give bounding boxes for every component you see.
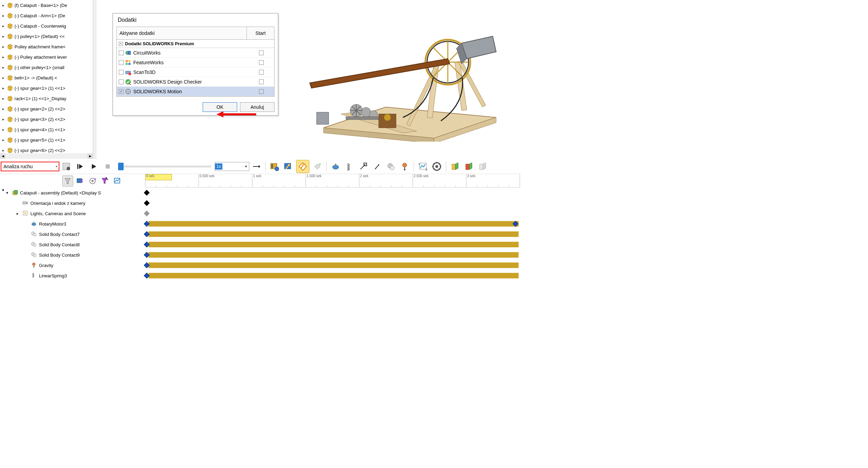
tree-item[interactable]: ▸ (-) Catapult - Counterweig	[0, 21, 93, 31]
tree-item[interactable]: ▸ (f) Catapult - Base<1> (De	[0, 0, 93, 10]
timeline-bar[interactable]	[148, 221, 519, 227]
filter-animated-button[interactable]	[75, 175, 86, 187]
active-checkbox[interactable]	[119, 60, 124, 65]
collapse-up-icon[interactable]: ▲	[1, 188, 5, 191]
addin-row[interactable]: FeatureWorks	[117, 58, 274, 67]
simulation-setup-button[interactable]	[449, 161, 461, 172]
startup-checkbox[interactable]	[259, 70, 264, 75]
tree-item[interactable]: ▸ rack<1> (1) <<1>_Display	[0, 93, 93, 104]
timeline-item[interactable]: Solid Body Contact7	[6, 229, 145, 239]
timeline-track[interactable]	[145, 208, 520, 219]
tree-item[interactable]: ▸ (-) Pulley attachment lever	[0, 52, 93, 62]
timeline-track[interactable]	[145, 229, 520, 239]
timeline-ruler[interactable]: 0 sek0.500 sek1 sek1.500 sek2 sek2.500 s…	[145, 174, 520, 188]
expand-icon[interactable]: ▸	[1, 107, 6, 111]
playback-speed-dropdown[interactable]: 1x ▾	[215, 162, 249, 171]
timeline-track[interactable]	[145, 188, 520, 198]
timeline-item[interactable]: Solid Body Contact8	[6, 239, 145, 250]
play-from-start-button[interactable]	[74, 161, 86, 172]
timeline-bar[interactable]	[148, 242, 519, 247]
timeline-item[interactable]: Gravity	[6, 260, 145, 270]
expand-icon[interactable]: ▸	[1, 76, 6, 80]
expand-icon[interactable]: ▸	[1, 24, 6, 28]
column-active-addins[interactable]: Aktywne dodatki	[117, 27, 247, 39]
slider-thumb-icon[interactable]	[118, 163, 124, 170]
timeline-track[interactable]	[145, 198, 520, 208]
expand-icon[interactable]: ▸	[1, 96, 6, 101]
timeline-track[interactable]	[145, 219, 520, 229]
tree-item[interactable]: ▸ (-) pulley<1> (Default) <<	[0, 31, 93, 41]
playback-mode-button[interactable]	[250, 161, 262, 172]
active-checkbox[interactable]	[119, 50, 124, 55]
expand-icon[interactable]: ▸	[1, 65, 6, 70]
expand-icon[interactable]: ▸	[1, 148, 6, 153]
timeline-bar[interactable]	[148, 231, 519, 237]
expand-icon[interactable]: ▸	[1, 127, 6, 132]
timeline-chart[interactable]: 0 sek0.500 sek1 sek1.500 sek2 sek2.500 s…	[145, 174, 520, 281]
play-button[interactable]	[88, 161, 100, 172]
addin-group-premium[interactable]: − Dodatki SOLIDWORKS Premium	[117, 40, 274, 48]
expand-icon[interactable]: ▸	[1, 138, 6, 142]
graphics-viewport[interactable]: Dodatki Aktywne dodatki Start − Dodatki …	[97, 0, 520, 159]
timeline-track[interactable]	[145, 239, 520, 250]
motion-study-properties-button[interactable]	[431, 161, 443, 172]
damper-button[interactable]	[357, 161, 369, 172]
timeline-item[interactable]: Solid Body Contact9	[6, 250, 145, 260]
save-animation-button[interactable]	[269, 161, 280, 172]
filter-button[interactable]	[62, 175, 73, 187]
filter-results-button[interactable]	[112, 175, 123, 187]
timeline-item[interactable]: Orientacja i widok z kamery	[6, 198, 145, 208]
tree-item[interactable]: ▸ (-) spur gear<3> (2) <<2>	[0, 114, 93, 124]
results-plot-button[interactable]: YX	[417, 161, 429, 172]
gravity-button[interactable]	[399, 161, 411, 172]
expand-icon[interactable]: ▸	[1, 34, 6, 39]
startup-checkbox[interactable]	[259, 89, 264, 94]
calculate-button[interactable]	[60, 161, 72, 172]
panel-splitter[interactable]	[93, 0, 97, 159]
expand-icon[interactable]: ▸	[1, 86, 6, 90]
timeline-track[interactable]	[145, 260, 520, 270]
expand-icon[interactable]: ▸	[1, 45, 6, 49]
study-type-dropdown[interactable]: Analiza ruchu ▾	[1, 162, 59, 171]
tree-horizontal-scrollbar[interactable]: ◀ ▶	[0, 153, 93, 159]
addin-row[interactable]: SOLIDWORKS Design Checker	[117, 77, 274, 87]
expand-icon[interactable]: ▸	[1, 13, 6, 18]
collapse-icon[interactable]: ▾	[6, 191, 10, 195]
column-start[interactable]: Start	[247, 27, 274, 39]
tree-item[interactable]: ▸ Pulley attachment frame<	[0, 41, 93, 52]
timeline-root-item[interactable]: ▾ Catapult - assembly (Default) <Display…	[6, 188, 145, 198]
addin-row[interactable]: CircuitWorks	[117, 48, 274, 58]
scroll-right-icon[interactable]: ▶	[87, 153, 93, 159]
timeline-bar[interactable]	[148, 252, 519, 258]
keyframe-diamond-icon[interactable]	[144, 200, 150, 206]
motor-button[interactable]	[330, 161, 341, 172]
timeline-item[interactable]: RotaryMotor3	[6, 219, 145, 229]
addin-row[interactable]: ScanTo3D	[117, 67, 274, 77]
autokey-button[interactable]	[296, 160, 309, 173]
timeline-item[interactable]: ▸Lights, Cameras and Scene	[6, 208, 145, 219]
filter-selected-button[interactable]	[99, 175, 110, 187]
tree-item[interactable]: ▸ (-) other pulley<1> (small	[0, 62, 93, 73]
keyframe-diamond-icon[interactable]	[144, 190, 150, 196]
active-checkbox[interactable]: ✓	[119, 89, 124, 94]
startup-checkbox[interactable]	[259, 50, 264, 55]
timeline-item[interactable]: LinearSpring3	[6, 270, 145, 281]
tree-item[interactable]: ▸ (-) spur gear<5> (1) <<1>	[0, 135, 93, 145]
addin-row[interactable]: ✓ SOLIDWORKS Motion	[117, 87, 274, 96]
active-checkbox[interactable]	[119, 70, 124, 75]
tree-item[interactable]: ▸ (-) spur gear<4> (1) <<1>	[0, 124, 93, 135]
time-slider[interactable]	[118, 165, 211, 168]
stop-button[interactable]	[102, 161, 114, 172]
spring-button[interactable]	[344, 161, 355, 172]
filter-driving-button[interactable]	[87, 175, 98, 187]
startup-checkbox[interactable]	[259, 79, 264, 84]
tree-item[interactable]: ▸ belt<1> -> (Default) <	[0, 73, 93, 83]
active-checkbox[interactable]	[119, 79, 124, 84]
keyframe-diamond-icon[interactable]	[144, 211, 150, 217]
startup-checkbox[interactable]	[259, 60, 264, 65]
add-key-button[interactable]: +	[311, 161, 323, 172]
tree-item[interactable]: ▸ (-) Catapult - Arm<1> (De	[0, 10, 93, 21]
collapse-icon[interactable]: −	[119, 42, 123, 46]
timeline-track[interactable]	[145, 250, 520, 260]
expand-icon[interactable]: ▸	[17, 211, 21, 216]
